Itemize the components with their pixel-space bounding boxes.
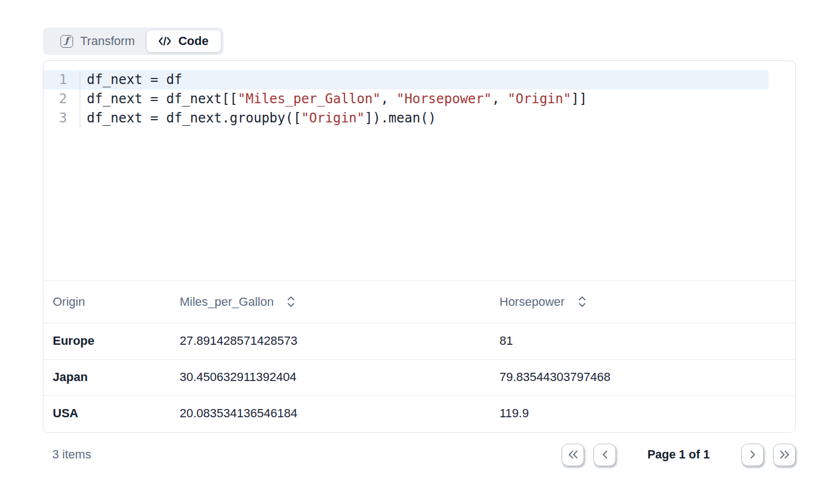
next-page-button[interactable] — [741, 444, 764, 466]
tab-code[interactable]: Code — [147, 30, 221, 52]
result-panel: 1df_next = df2df_next = df_next[["Miles_… — [43, 60, 796, 433]
line-number: 3 — [43, 109, 80, 128]
code-text: df_next = df_next.groupby(["Origin"]).me… — [80, 109, 436, 128]
cell-horsepower: 79.83544303797468 — [490, 359, 795, 395]
cell-origin: Japan — [43, 359, 170, 395]
column-header-origin[interactable]: Origin — [43, 281, 170, 323]
table-row: Japan30.45063291139240479.83544303797468 — [43, 359, 795, 395]
cell-miles-per-gallon: 30.450632911392404 — [170, 359, 490, 395]
cell-miles-per-gallon: 27.891428571428573 — [170, 323, 490, 359]
page-indicator: Page 1 of 1 — [647, 448, 710, 462]
cell-miles-per-gallon: 20.083534136546184 — [170, 395, 490, 432]
table-row: USA20.083534136546184119.9 — [43, 395, 795, 432]
previous-page-button[interactable] — [593, 444, 616, 466]
tab-code-label: Code — [178, 34, 208, 48]
code-text: df_next = df_next[["Miles_per_Gallon", "… — [80, 89, 587, 109]
app-page: ƒ Transform Code 1df_next = df2df_next =… — [0, 0, 833, 504]
cell-origin: USA — [43, 395, 170, 432]
column-header-miles-per-gallon[interactable]: Miles_per_Gallon — [170, 281, 490, 323]
sort-icon[interactable] — [578, 296, 586, 307]
table-header-row: Origin Miles_per_Gallon — [43, 281, 795, 323]
view-toggle: ƒ Transform Code — [43, 27, 224, 55]
line-number: 2 — [43, 89, 80, 109]
cell-horsepower: 119.9 — [490, 395, 795, 432]
sort-icon[interactable] — [287, 296, 295, 307]
result-table: Origin Miles_per_Gallon — [43, 281, 795, 432]
code-line[interactable]: 3df_next = df_next.groupby(["Origin"]).m… — [43, 109, 795, 128]
code-text: df_next = df — [80, 70, 182, 89]
tab-transform-label: Transform — [80, 34, 135, 48]
table-row: Europe27.89142857142857381 — [43, 323, 795, 359]
code-icon — [158, 36, 171, 46]
items-count: 3 items — [43, 447, 91, 462]
code-line[interactable]: 2df_next = df_next[["Miles_per_Gallon", … — [43, 89, 795, 109]
column-header-horsepower[interactable]: Horsepower — [490, 281, 795, 323]
code-line[interactable]: 1df_next = df — [43, 70, 795, 89]
cell-horsepower: 81 — [490, 323, 795, 359]
line-number: 1 — [43, 70, 80, 89]
tab-transform[interactable]: ƒ Transform — [46, 30, 147, 52]
code-lines: 1df_next = df2df_next = df_next[["Miles_… — [43, 70, 795, 128]
last-page-button[interactable] — [773, 444, 796, 466]
cell-origin: Europe — [43, 323, 170, 359]
function-icon: ƒ — [60, 35, 73, 48]
first-page-button[interactable] — [562, 444, 584, 466]
table-body: Europe27.89142857142857381Japan30.450632… — [43, 323, 795, 432]
code-editor[interactable]: 1df_next = df2df_next = df_next[["Miles_… — [43, 61, 795, 281]
table-footer: 3 items Page 1 of 1 — [43, 433, 796, 477]
pagination: Page 1 of 1 — [562, 444, 796, 466]
